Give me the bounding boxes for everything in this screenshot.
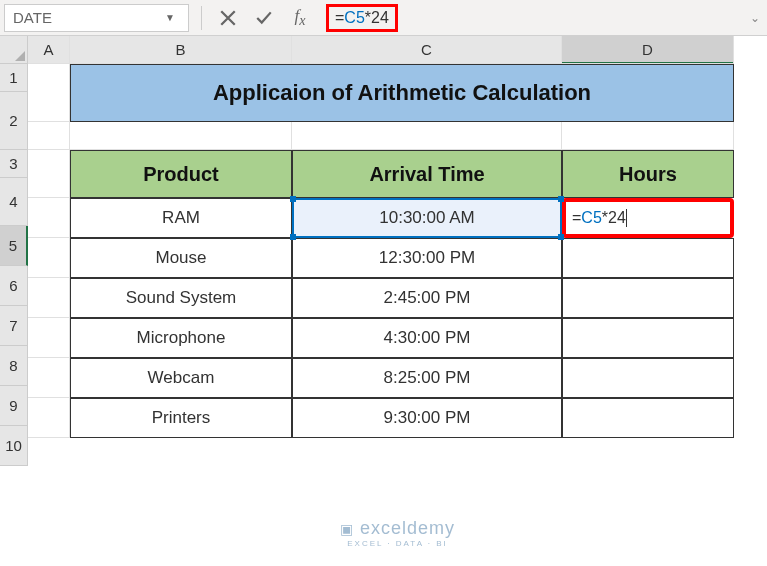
x-icon <box>219 9 237 27</box>
formula-bar: DATE ▼ fx =C5*24 ⌄ <box>0 0 767 36</box>
name-box[interactable]: DATE ▼ <box>4 4 189 32</box>
row-header-2[interactable]: 2 <box>0 92 28 150</box>
row-headers: 1 2 3 4 5 6 7 8 9 10 <box>0 64 28 466</box>
fx-icon: fx <box>294 6 305 29</box>
header-hours[interactable]: Hours <box>562 150 734 198</box>
row-header-3[interactable]: 3 <box>0 150 28 178</box>
row-header-4[interactable]: 4 <box>0 178 28 226</box>
cell-c8[interactable]: 4:30:00 PM <box>292 318 562 358</box>
cell-c9[interactable]: 8:25:00 PM <box>292 358 562 398</box>
cell-a6[interactable] <box>28 238 70 278</box>
cell-d5-editing[interactable]: =C5*24 <box>562 198 734 238</box>
name-box-value: DATE <box>13 9 52 26</box>
enter-button[interactable] <box>246 4 282 32</box>
cell-c3[interactable] <box>292 122 562 150</box>
grid[interactable]: Applicaion of Arithmetic Calculation Pro… <box>28 36 767 438</box>
cell-c6[interactable]: 12:30:00 PM <box>292 238 562 278</box>
sheet-area: 1 2 3 4 5 6 7 8 9 10 A B C D <box>0 36 767 566</box>
cell-b8[interactable]: Microphone <box>70 318 292 358</box>
cell-a7[interactable] <box>28 278 70 318</box>
formula-input[interactable]: =C5*24 <box>318 3 743 33</box>
cell-c7[interactable]: 2:45:00 PM <box>292 278 562 318</box>
cell-a4[interactable] <box>28 150 70 198</box>
cell-d10[interactable] <box>562 398 734 438</box>
cell-a8[interactable] <box>28 318 70 358</box>
cell-b9[interactable]: Webcam <box>70 358 292 398</box>
cell-b5[interactable]: RAM <box>70 198 292 238</box>
divider <box>201 6 202 30</box>
cell-d7[interactable] <box>562 278 734 318</box>
cell-b7[interactable]: Sound System <box>70 278 292 318</box>
cell-a10[interactable] <box>28 398 70 438</box>
row-header-10[interactable]: 10 <box>0 426 28 466</box>
cell-b3[interactable] <box>70 122 292 150</box>
check-icon <box>255 9 273 27</box>
cell-a1[interactable] <box>28 36 70 64</box>
cell-d8[interactable] <box>562 318 734 358</box>
grid-wrap: A B C D Applicaion of Arithmetic Calcula… <box>28 36 767 566</box>
range-handle-icon <box>558 196 564 202</box>
cell-a2[interactable] <box>28 64 70 122</box>
cell-b1[interactable] <box>70 36 292 64</box>
cell-c10[interactable]: 9:30:00 PM <box>292 398 562 438</box>
cell-a3[interactable] <box>28 122 70 150</box>
name-box-dropdown-icon[interactable]: ▼ <box>160 12 180 23</box>
cell-a9[interactable] <box>28 358 70 398</box>
cell-c1[interactable] <box>292 36 562 64</box>
select-all-corner[interactable] <box>0 36 28 64</box>
row-header-8[interactable]: 8 <box>0 346 28 386</box>
expand-formula-bar-icon[interactable]: ⌄ <box>743 11 767 25</box>
text-cursor-icon <box>626 209 627 228</box>
row-header-7[interactable]: 7 <box>0 306 28 346</box>
fx-button[interactable]: fx <box>282 4 318 32</box>
cell-b10[interactable]: Printers <box>70 398 292 438</box>
cell-c5-referenced[interactable]: 10:30:00 AM <box>292 198 562 238</box>
header-product[interactable]: Product <box>70 150 292 198</box>
header-arrival[interactable]: Arrival Time <box>292 150 562 198</box>
range-handle-icon <box>290 234 296 240</box>
cell-b6[interactable]: Mouse <box>70 238 292 278</box>
cell-d1[interactable] <box>562 36 734 64</box>
cell-d9[interactable] <box>562 358 734 398</box>
row-header-9[interactable]: 9 <box>0 386 28 426</box>
cell-d3[interactable] <box>562 122 734 150</box>
row-header-5[interactable]: 5 <box>0 226 28 266</box>
left-gutter: 1 2 3 4 5 6 7 8 9 10 <box>0 36 28 566</box>
formula-highlight: =C5*24 <box>326 4 398 32</box>
row-header-6[interactable]: 6 <box>0 266 28 306</box>
row-header-1[interactable]: 1 <box>0 64 28 92</box>
cancel-button[interactable] <box>210 4 246 32</box>
title-cell[interactable]: Applicaion of Arithmetic Calculation <box>70 64 734 122</box>
cell-d6[interactable] <box>562 238 734 278</box>
watermark: ▣ exceldemy EXCEL · DATA · BI <box>340 518 455 548</box>
cell-a5[interactable] <box>28 198 70 238</box>
